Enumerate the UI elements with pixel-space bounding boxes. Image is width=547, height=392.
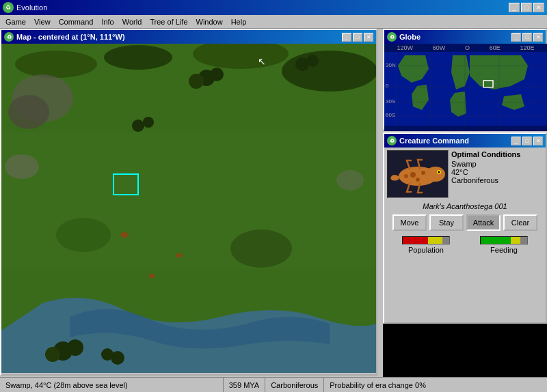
move-button[interactable]: Move <box>392 214 427 231</box>
svg-point-48 <box>421 171 425 175</box>
creature-svg <box>389 152 447 197</box>
svg-point-2 <box>104 45 172 70</box>
svg-point-6 <box>282 51 376 92</box>
app-icon: ♻ <box>3 2 14 13</box>
creature-window-title: Creature Command <box>399 137 469 145</box>
map-minimize-button[interactable]: _ <box>342 33 351 42</box>
svg-point-47 <box>410 172 416 178</box>
menu-world[interactable]: World <box>118 16 146 27</box>
status-mya: 359 MYA <box>224 378 265 392</box>
minimize-button[interactable]: _ <box>509 3 520 12</box>
creature-maximize-button[interactable]: □ <box>522 137 532 145</box>
creature-name: Mark's Acanthostega 001 <box>387 202 543 210</box>
svg-point-15 <box>56 218 111 252</box>
feeding-bar <box>480 236 528 244</box>
svg-text:0: 0 <box>386 83 389 89</box>
svg-point-5 <box>8 95 49 129</box>
status-era: Carboniferous <box>265 378 324 392</box>
svg-text:30N: 30N <box>386 62 396 68</box>
feeding-label: Feeding <box>490 246 518 254</box>
svg-point-19 <box>45 347 60 362</box>
menu-bar: Game View Command Info World Tree of Lif… <box>0 15 547 29</box>
creature-image <box>387 150 449 198</box>
globe-close-button[interactable]: ✕ <box>533 33 543 42</box>
svg-point-18 <box>67 339 83 356</box>
map-window-title: Map - centered at (1°N, 111°W) <box>16 33 125 41</box>
globe-lon-0: O <box>465 44 470 51</box>
svg-point-13 <box>143 117 154 128</box>
svg-point-21 <box>101 348 114 361</box>
menu-help[interactable]: Help <box>227 16 251 27</box>
globe-content: 120W 60W O 60E 120E 30N 0 30S 60S <box>384 44 547 131</box>
app-title: Evolution <box>16 3 47 12</box>
feeding-bar-yellow <box>511 237 520 244</box>
menu-tree-of-life[interactable]: Tree of Life <box>146 16 191 27</box>
attack-button[interactable]: Attack <box>466 214 501 231</box>
status-bar: Swamp, 44°C (28m above sea level) 359 MY… <box>0 377 547 392</box>
svg-point-1 <box>15 51 97 78</box>
title-bar-controls: _ □ ✕ <box>509 3 544 12</box>
svg-point-46 <box>438 171 440 173</box>
svg-point-16 <box>230 229 292 268</box>
status-probability: Probability of era change 0% <box>324 378 547 392</box>
app-title-bar: ♻ Evolution _ □ ✕ <box>0 0 547 15</box>
condition-temperature: 42°C <box>451 168 543 176</box>
feeding-bar-green <box>481 237 511 244</box>
close-button[interactable]: ✕ <box>533 3 544 12</box>
svg-point-26 <box>336 170 364 191</box>
svg-point-11 <box>306 55 319 67</box>
svg-point-49 <box>416 178 420 182</box>
menu-command[interactable]: Command <box>55 16 98 27</box>
status-bars: Population Feeding <box>387 236 543 254</box>
svg-rect-14 <box>1 132 376 269</box>
map-selection-box <box>113 173 139 195</box>
population-bar-red <box>403 237 428 244</box>
condition-era: Carboniferous <box>451 176 543 184</box>
status-terrain: Swamp, 44°C (28m above sea level) <box>0 378 224 392</box>
map-window-icon: ♻ <box>4 32 14 42</box>
clear-button[interactable]: Clear <box>503 214 537 231</box>
globe-lon-60w: 60W <box>433 44 446 51</box>
globe-window-icon: ♻ <box>387 32 397 42</box>
creature-window-icon: ♻ <box>387 136 397 145</box>
maximize-button[interactable]: □ <box>521 3 532 12</box>
command-buttons: Move Stay Attack Clear <box>387 214 543 231</box>
globe-minimize-button[interactable]: _ <box>511 33 521 42</box>
map-maximize-button[interactable]: □ <box>353 33 362 42</box>
globe-maximize-button[interactable]: □ <box>522 33 532 42</box>
svg-point-44 <box>426 167 445 182</box>
globe-map-svg: 30N 0 30S 60S <box>384 52 547 126</box>
menu-info[interactable]: Info <box>97 16 118 27</box>
svg-point-25 <box>5 154 39 179</box>
svg-point-24 <box>148 274 155 278</box>
population-bar <box>402 236 450 244</box>
menu-game[interactable]: Game <box>1 16 30 27</box>
map-terrain <box>1 44 376 373</box>
svg-point-12 <box>132 120 144 132</box>
globe-lon-120e: 120E <box>520 44 535 51</box>
svg-point-50 <box>404 174 408 178</box>
menu-view[interactable]: View <box>30 16 55 27</box>
map-window: ♻ Map - centered at (1°N, 111°W) _ □ ✕ <box>0 29 377 376</box>
stay-button[interactable]: Stay <box>429 214 464 231</box>
globe-title-bar: ♻ Globe _ □ ✕ <box>384 30 546 44</box>
map-close-button[interactable]: ✕ <box>364 33 373 42</box>
svg-point-23 <box>176 253 183 257</box>
globe-lon-120w: 120W <box>397 44 413 51</box>
svg-text:30S: 30S <box>386 98 395 104</box>
svg-point-22 <box>120 232 129 238</box>
creature-minimize-button[interactable]: _ <box>511 137 521 145</box>
creature-content: Optimal Conditions Swamp 42°C Carbonifer… <box>384 148 546 260</box>
svg-text:60S: 60S <box>386 112 395 118</box>
main-area: ♻ Map - centered at (1°N, 111°W) _ □ ✕ <box>0 29 547 377</box>
population-bar-yellow <box>428 237 442 244</box>
creature-command-window: ♻ Creature Command _ □ ✕ <box>383 132 547 324</box>
globe-lon-60e: 60E <box>490 44 501 51</box>
feeding-bar-group: Feeding <box>480 236 528 254</box>
map-canvas[interactable]: ↖ <box>1 44 376 373</box>
menu-window[interactable]: Window <box>192 16 227 27</box>
population-label: Population <box>408 246 444 254</box>
creature-stats: Optimal Conditions Swamp 42°C Carbonifer… <box>451 150 543 198</box>
creature-close-button[interactable]: ✕ <box>533 137 543 145</box>
condition-biome: Swamp <box>451 160 543 168</box>
